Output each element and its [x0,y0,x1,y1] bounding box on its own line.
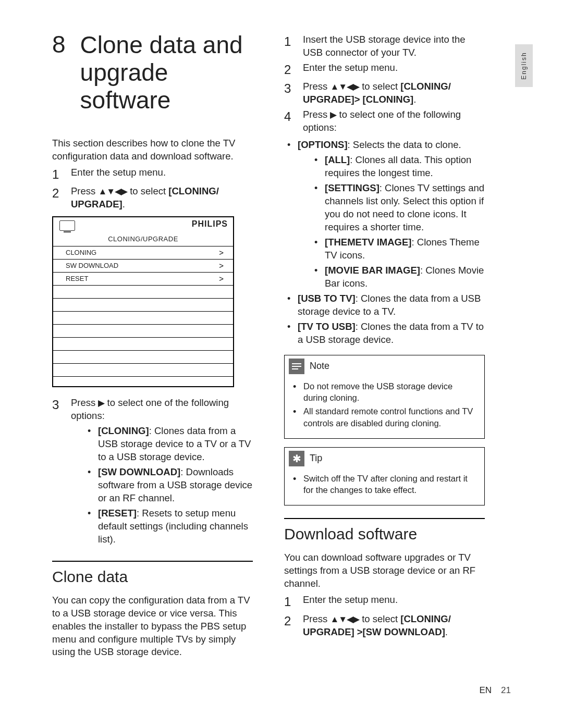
note-icon [289,359,304,374]
nav-arrows-icon: ▲▼◀▶ [330,82,359,92]
tv-menu-row: CLONING> [53,246,233,260]
step-text: Enter the setup menu. [71,166,253,183]
page-number: 21 [501,685,511,696]
right-arrow-icon: ▶ [330,110,336,120]
page-footer: EN 21 [479,685,511,696]
tip-box: ✱ Tip Switch off the TV after cloning an… [284,447,485,506]
tv-menu-screenshot: PHILIPS CLONING/UPGRADE CLONING> SW DOWN… [52,216,234,387]
note-item: Do not remove the USB storage device dur… [290,380,478,404]
nav-arrows-icon: ▲▼◀▶ [330,614,359,624]
right-column: 1Insert the USB storage device into the … [284,31,485,662]
step-number: 2 [284,61,293,78]
tip-icon: ✱ [289,451,304,466]
step-number: 1 [52,166,62,183]
step-number: 2 [52,185,62,211]
step-text: Insert the USB storage device into the U… [303,33,485,59]
options-sublist: [ALL]: Clones all data. This option requ… [311,154,485,290]
right-options: [OPTIONS]: Selects the data to clone. [A… [284,139,485,347]
tv-brand: PHILIPS [192,219,228,229]
right-arrow-icon: ▶ [98,398,104,408]
note-item: All standard remote control functions an… [290,405,478,429]
tv-menu-title: CLONING/UPGRADE [53,233,233,246]
language-tab-label: English [520,52,528,79]
step-number: 1 [284,594,293,610]
step-text: Press ▲▼◀▶ to select [CLONING/ UPGRADE]>… [303,80,485,106]
footer-lang: EN [479,685,492,696]
section-rule [284,518,485,519]
caret-icon: > [219,274,224,283]
caret-icon: > [219,261,224,270]
tv-menu-row [53,325,233,338]
section-title-download: Download software [284,525,485,543]
note-box: Note Do not remove the USB storage devic… [284,355,485,439]
step-text: Enter the setup menu. [303,594,485,610]
step-text: Press ▶ to select one of the following o… [303,108,485,134]
tip-title: Tip [310,453,322,464]
step-number: 4 [284,108,293,134]
caret-icon: > [219,248,224,257]
chapter-number: 8 [52,31,66,58]
tv-menu-row: SW DOWNLOAD> [53,260,233,273]
step-number: 2 [284,613,293,639]
left-step3: 3 Press ▶ to select one of the following… [52,397,253,548]
note-title: Note [310,361,329,372]
download-steps: 1Enter the setup menu. 2 Press ▲▼◀▶ to s… [284,594,485,638]
left-options: [CLONING]: Clones data from a USB storag… [84,425,253,546]
section-lead: You can download software upgrades or TV… [284,551,485,590]
step-text: Press ▲▼◀▶ to select [CLONING/ UPGRADE] … [303,613,485,639]
step-number: 1 [284,33,293,59]
chapter-title: Clone data and upgrade software [80,31,253,114]
chapter-header: 8 Clone data and upgrade software [52,31,253,135]
section-rule [52,561,253,562]
intro-text: This section describes how to clone the … [52,137,253,163]
section-lead: You can copy the configuration data from… [52,594,253,659]
right-steps: 1Insert the USB storage device into the … [284,33,485,134]
tv-menu-row [53,286,233,299]
nav-arrows-icon: ▲▼◀▶ [98,187,127,196]
step-text: Press ▶ to select one of the following o… [71,397,253,548]
step-text: Enter the setup menu. [303,61,485,78]
tv-menu-row: RESET> [53,273,233,286]
section-title-clone: Clone data [52,568,253,586]
language-tab: English [515,44,533,87]
step-text: Press ▲▼◀▶ to select [CLONING/ UPGRADE]. [71,185,253,211]
tip-item: Switch off the TV after cloning and rest… [290,473,478,496]
tv-menu-row [53,299,233,312]
tv-icon [59,220,75,232]
left-column: 8 Clone data and upgrade software This s… [52,31,253,662]
tv-menu-row [53,312,233,325]
intro-steps: 1 Enter the setup menu. 2 Press ▲▼◀▶ to … [52,166,253,211]
tv-menu-row [53,338,233,351]
step-number: 3 [52,397,62,548]
tv-menu-row [53,364,233,377]
tv-menu-row [53,351,233,364]
step-number: 3 [284,80,293,106]
